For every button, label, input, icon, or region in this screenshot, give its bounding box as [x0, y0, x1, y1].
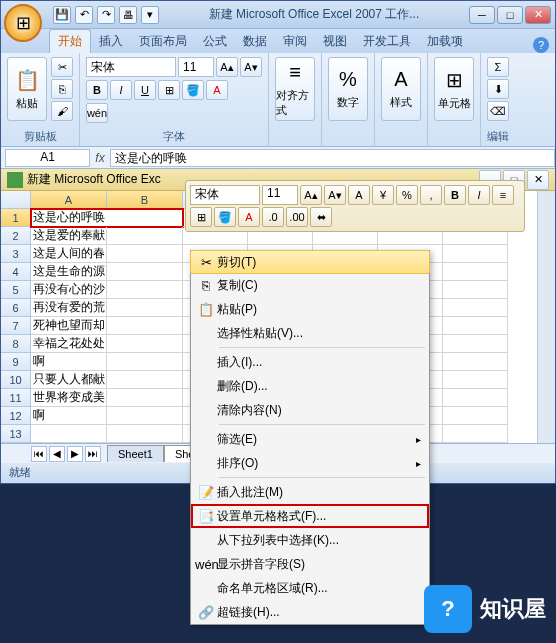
- tab-insert[interactable]: 插入: [91, 30, 131, 53]
- cell[interactable]: 这是人间的春: [31, 245, 107, 263]
- maximize-button[interactable]: □: [497, 6, 523, 24]
- menu-format-cells[interactable]: 📑设置单元格格式(F)...: [191, 504, 429, 528]
- copy-button[interactable]: ⎘: [51, 79, 73, 99]
- style-button[interactable]: A样式: [381, 57, 421, 121]
- number-button[interactable]: %数字: [328, 57, 368, 121]
- format-painter-button[interactable]: 🖌: [51, 101, 73, 121]
- menu-paste-special[interactable]: 选择性粘贴(V)...: [191, 321, 429, 345]
- cell[interactable]: [107, 425, 183, 443]
- italic-button[interactable]: I: [110, 80, 132, 100]
- align-button[interactable]: ≡对齐方式: [275, 57, 315, 121]
- mini-percent[interactable]: %: [396, 185, 418, 205]
- close-button[interactable]: ✕: [525, 6, 551, 24]
- cell[interactable]: 再没有心的沙: [31, 281, 107, 299]
- menu-pick-list[interactable]: 从下拉列表中选择(K)...: [191, 528, 429, 552]
- tab-home[interactable]: 开始: [49, 29, 91, 53]
- cell[interactable]: 这是爱的奉献: [31, 227, 107, 245]
- mini-font-color[interactable]: A: [238, 207, 260, 227]
- mini-italic[interactable]: I: [468, 185, 490, 205]
- sheet-tab-1[interactable]: Sheet1: [107, 445, 164, 462]
- sheet-nav-prev[interactable]: ◀: [49, 446, 65, 462]
- cell[interactable]: [107, 335, 183, 353]
- cell[interactable]: [31, 425, 107, 443]
- row-header-2[interactable]: 2: [1, 227, 31, 245]
- qat-more[interactable]: ▾: [141, 6, 159, 24]
- menu-comment[interactable]: 📝插入批注(M): [191, 480, 429, 504]
- underline-button[interactable]: U: [134, 80, 156, 100]
- cell[interactable]: 幸福之花处处: [31, 335, 107, 353]
- tab-view[interactable]: 视图: [315, 30, 355, 53]
- mini-style[interactable]: A: [348, 185, 370, 205]
- select-all-corner[interactable]: [1, 191, 31, 209]
- row-header-8[interactable]: 8: [1, 335, 31, 353]
- cell[interactable]: [107, 389, 183, 407]
- name-box[interactable]: A1: [5, 149, 90, 167]
- row-header-6[interactable]: 6: [1, 299, 31, 317]
- col-header-a[interactable]: A: [31, 191, 107, 209]
- cell[interactable]: 世界将变成美: [31, 389, 107, 407]
- clear-button[interactable]: ⌫: [487, 101, 509, 121]
- cell[interactable]: [443, 317, 508, 335]
- menu-delete[interactable]: 删除(D)...: [191, 374, 429, 398]
- cell[interactable]: 这是心的呼唤: [31, 209, 183, 227]
- vertical-scrollbar[interactable]: [537, 191, 555, 443]
- paste-button[interactable]: 📋粘贴: [7, 57, 47, 121]
- minimize-button[interactable]: ─: [469, 6, 495, 24]
- qat-undo[interactable]: ↶: [75, 6, 93, 24]
- mini-currency[interactable]: ¥: [372, 185, 394, 205]
- cell[interactable]: 再没有爱的荒: [31, 299, 107, 317]
- cell[interactable]: [443, 299, 508, 317]
- menu-filter[interactable]: 筛选(E)▸: [191, 427, 429, 451]
- menu-cut[interactable]: ✂剪切(T): [190, 250, 430, 274]
- qat-print[interactable]: 🖶: [119, 6, 137, 24]
- tab-data[interactable]: 数据: [235, 30, 275, 53]
- grow-font-button[interactable]: A▴: [216, 57, 238, 77]
- cell[interactable]: [107, 371, 183, 389]
- row-header-10[interactable]: 10: [1, 371, 31, 389]
- sheet-nav-last[interactable]: ⏭: [85, 446, 101, 462]
- cell-button[interactable]: ⊞单元格: [434, 57, 474, 121]
- help-button[interactable]: ?: [533, 37, 549, 53]
- menu-insert[interactable]: 插入(I)...: [191, 350, 429, 374]
- mini-shrink-font[interactable]: A▾: [324, 185, 346, 205]
- mini-align[interactable]: ≡: [492, 185, 514, 205]
- doc-close[interactable]: ✕: [527, 170, 549, 190]
- border-button[interactable]: ⊞: [158, 80, 180, 100]
- sheet-nav-next[interactable]: ▶: [67, 446, 83, 462]
- cell[interactable]: [443, 281, 508, 299]
- row-header-12[interactable]: 12: [1, 407, 31, 425]
- cell[interactable]: [107, 227, 183, 245]
- cell[interactable]: 这是生命的源: [31, 263, 107, 281]
- row-header-13[interactable]: 13: [1, 425, 31, 443]
- row-header-9[interactable]: 9: [1, 353, 31, 371]
- tab-layout[interactable]: 页面布局: [131, 30, 195, 53]
- cell[interactable]: [443, 335, 508, 353]
- cell[interactable]: 只要人人都献: [31, 371, 107, 389]
- cell[interactable]: 啊: [31, 353, 107, 371]
- row-header-5[interactable]: 5: [1, 281, 31, 299]
- mini-grow-font[interactable]: A▴: [300, 185, 322, 205]
- row-header-3[interactable]: 3: [1, 245, 31, 263]
- qat-save[interactable]: 💾: [53, 6, 71, 24]
- menu-hyperlink[interactable]: 🔗超链接(H)...: [191, 600, 429, 624]
- cell[interactable]: [443, 389, 508, 407]
- cell[interactable]: [443, 407, 508, 425]
- bold-button[interactable]: B: [86, 80, 108, 100]
- cell[interactable]: [107, 299, 183, 317]
- cell[interactable]: [443, 353, 508, 371]
- cut-button[interactable]: ✂: [51, 57, 73, 77]
- phonetic-button[interactable]: wén: [86, 103, 108, 123]
- cell[interactable]: [443, 263, 508, 281]
- tab-addin[interactable]: 加载项: [419, 30, 471, 53]
- mini-dec-down[interactable]: .00: [286, 207, 308, 227]
- mini-size-combo[interactable]: 11: [262, 185, 298, 205]
- cell[interactable]: [107, 353, 183, 371]
- cell[interactable]: 死神也望而却: [31, 317, 107, 335]
- menu-sort[interactable]: 排序(O)▸: [191, 451, 429, 475]
- col-header-b[interactable]: B: [107, 191, 183, 209]
- row-header-7[interactable]: 7: [1, 317, 31, 335]
- fill-color-button[interactable]: 🪣: [182, 80, 204, 100]
- tab-dev[interactable]: 开发工具: [355, 30, 419, 53]
- tab-review[interactable]: 审阅: [275, 30, 315, 53]
- cell[interactable]: [107, 407, 183, 425]
